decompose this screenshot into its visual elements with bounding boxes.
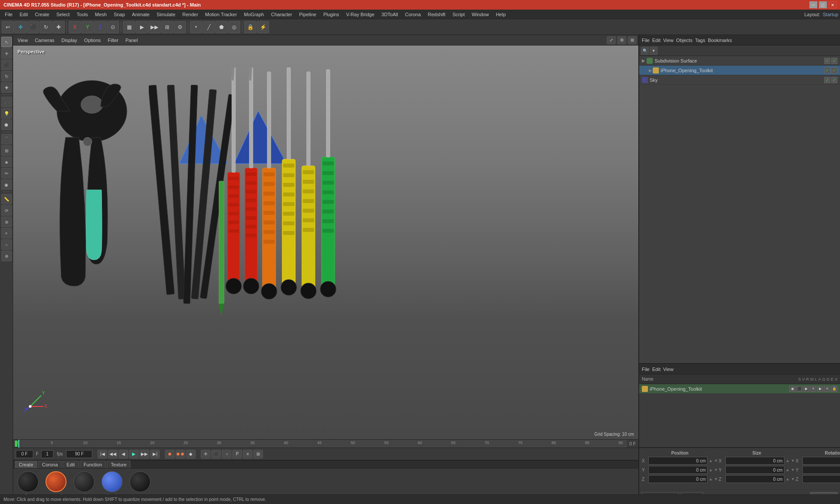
obj-render-check-sky[interactable]: ✓ <box>831 77 837 83</box>
snap-settings[interactable]: ⚡ <box>257 21 269 33</box>
attr-protect-btn[interactable]: 🔒 <box>831 386 837 392</box>
smooth-tool[interactable]: ○ <box>1 239 12 250</box>
attr-edit-menu[interactable]: Edit <box>652 367 661 372</box>
light-tool[interactable]: 💡 <box>1 108 12 119</box>
add-object[interactable]: ✚ <box>52 21 65 33</box>
layout-value[interactable]: Startup <box>823 12 838 17</box>
pos-z-input[interactable] <box>648 475 707 483</box>
tab-create[interactable]: Create <box>15 461 37 468</box>
menu-mograph[interactable]: MoGraph <box>241 11 267 18</box>
axis-y[interactable]: Y <box>81 21 94 33</box>
current-frame-input[interactable] <box>16 450 33 458</box>
extrude-tool[interactable]: ⊞ <box>1 145 12 156</box>
obj-render-check-toolkit[interactable]: ✓ <box>831 67 837 74</box>
move-tool[interactable]: ✛ <box>14 21 27 33</box>
size-z-dn[interactable]: ▼ <box>791 477 795 481</box>
paint-tool[interactable]: ◉ <box>1 179 12 190</box>
measure-tool[interactable]: 📏 <box>1 194 12 204</box>
menu-script[interactable]: Script <box>449 11 468 18</box>
tab-corona[interactable]: Corona <box>38 461 62 468</box>
render-all[interactable]: ▶▶ <box>148 21 161 33</box>
weld-tool[interactable]: ⊕ <box>1 251 12 261</box>
axis-z[interactable]: Z <box>94 21 106 33</box>
menu-window[interactable]: Window <box>469 11 492 18</box>
rot-x-input[interactable] <box>802 457 840 465</box>
record-button[interactable]: ⏺ <box>165 450 175 458</box>
vp-filter-menu[interactable]: Filter <box>105 37 121 44</box>
size-x-up[interactable]: ▲ <box>786 458 790 463</box>
pos-y-dn[interactable]: ▼ <box>714 468 718 472</box>
menu-render[interactable]: Render <box>179 11 201 18</box>
create-tool[interactable]: ✚ <box>1 82 12 93</box>
timeline-bar[interactable]: 0 5 10 15 20 25 30 35 40 45 50 55 60 65 <box>13 439 638 448</box>
menu-corona[interactable]: Corona <box>402 11 424 18</box>
viewport-3d[interactable]: Y X Z Perspective Grid Spacing: 10 cm <box>13 46 638 439</box>
brush-tool[interactable]: ✏ <box>1 168 12 178</box>
wrap-tool[interactable]: ⟡ <box>1 228 12 238</box>
obj-visible-check-sky[interactable]: ✓ <box>824 77 830 83</box>
size-z-input[interactable] <box>725 475 784 483</box>
obj-row-sky[interactable]: Sky ✓ ✓ <box>639 75 840 85</box>
attr-view-menu[interactable]: View <box>663 367 674 372</box>
next-frame-button[interactable]: ▶▶ <box>140 450 149 458</box>
render-queue[interactable]: ⊞ <box>161 21 173 33</box>
spline-tool[interactable]: ⟳ <box>1 205 12 216</box>
vp-fullscreen[interactable]: ⊞ <box>628 36 637 44</box>
obj-visible-check-subdivision[interactable]: ✓ <box>824 58 830 64</box>
size-y-dn[interactable]: ▼ <box>791 468 795 472</box>
pos-z-dn[interactable]: ▼ <box>714 477 718 481</box>
maximize-button[interactable]: □ <box>819 1 827 8</box>
scale-tool[interactable]: ⬛ <box>27 21 39 33</box>
close-button[interactable]: ✕ <box>829 1 836 8</box>
world-coord[interactable]: ⊙ <box>107 21 119 33</box>
menu-mesh[interactable]: Mesh <box>92 11 110 18</box>
polygon-tool[interactable]: ⬟ <box>1 119 12 130</box>
attr-visible-btn[interactable]: ◉ <box>789 386 795 392</box>
pos-y-up[interactable]: ▲ <box>709 468 713 472</box>
vp-view-menu[interactable]: View <box>15 37 31 44</box>
scale-tool-left[interactable]: ⬛ <box>1 60 12 70</box>
menu-3dtoall[interactable]: 3DToAll <box>378 11 401 18</box>
om-filter-icon[interactable]: ▼ <box>650 47 658 55</box>
camera-tool[interactable]: 🎥 <box>1 97 12 107</box>
vp-cameras-menu[interactable]: Cameras <box>32 37 57 44</box>
tab-edit[interactable]: Edit <box>63 461 79 468</box>
rot-z-input[interactable] <box>802 475 840 483</box>
axis-x[interactable]: X <box>69 21 81 33</box>
tab-function[interactable]: Function <box>80 461 106 468</box>
menu-create[interactable]: Create <box>32 11 52 18</box>
move-tool-left[interactable]: ✛ <box>1 48 12 59</box>
pos-x-up[interactable]: ▲ <box>709 458 713 463</box>
size-x-dn[interactable]: ▼ <box>791 458 795 463</box>
keyframe-button[interactable]: ◆ <box>186 450 196 458</box>
size-z-up[interactable]: ▲ <box>786 477 790 481</box>
play-back-button[interactable]: ◀ <box>119 450 128 458</box>
vp-options[interactable]: ⚙ <box>617 36 626 44</box>
menu-motion-tracker[interactable]: Motion Tracker <box>202 11 240 18</box>
tab-texture[interactable]: Texture <box>107 461 130 468</box>
screwdrivers[interactable] <box>219 67 376 321</box>
menu-plugins[interactable]: Plugins <box>320 11 342 18</box>
rotate-tool[interactable]: ↻ <box>40 21 52 33</box>
model-mode[interactable]: ◎ <box>228 21 240 33</box>
menu-file[interactable]: File <box>2 11 16 18</box>
vp-options-menu[interactable]: Options <box>81 37 103 44</box>
attr-motion-btn[interactable]: ▶ <box>803 386 809 392</box>
rot-y-input[interactable] <box>802 466 840 474</box>
snap-enable[interactable]: 🔒 <box>244 21 256 33</box>
pos-y-input[interactable] <box>648 466 707 474</box>
play-forward-button[interactable]: ▶ <box>129 450 139 458</box>
obj-visible-check-toolkit[interactable]: ✓ <box>824 67 830 74</box>
obj-expand-subdivision[interactable]: ▶ <box>642 58 645 63</box>
menu-edit[interactable]: Edit <box>17 11 31 18</box>
rotate-tool-left[interactable]: ↻ <box>1 71 12 81</box>
pos-x-dn[interactable]: ▼ <box>714 458 718 463</box>
motion-btn-2[interactable]: ⬛ <box>211 450 221 458</box>
om-objects-menu[interactable]: Objects <box>676 38 692 43</box>
undo-button[interactable]: ↩ <box>2 21 14 33</box>
attr-file-menu[interactable]: File <box>642 367 650 372</box>
obj-render-check-subdivision[interactable]: ✓ <box>831 58 837 64</box>
record-all-button[interactable]: ⏺⏺ <box>175 450 185 458</box>
render-settings[interactable]: ⚙ <box>174 21 186 33</box>
timeline-ruler[interactable]: 0 5 10 15 20 25 30 35 40 45 50 55 60 65 <box>18 440 627 448</box>
